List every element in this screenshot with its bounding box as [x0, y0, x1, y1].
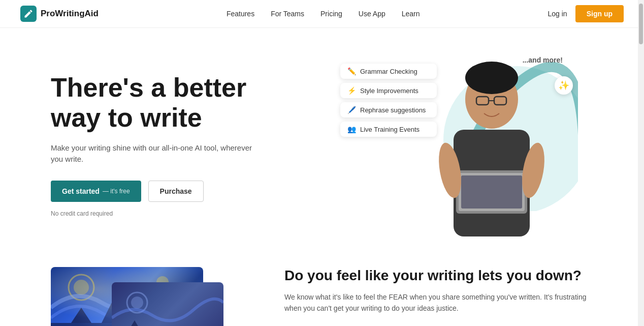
section-body: We know what it's like to feel the FEAR … — [284, 291, 593, 314]
rephrase-icon: 🖊️ — [347, 106, 356, 114]
painting-overlay — [112, 282, 223, 326]
get-started-button[interactable]: Get started — it's free — [51, 181, 141, 202]
svg-marker-22 — [127, 320, 142, 326]
scrollbar-thumb[interactable] — [639, 4, 643, 44]
hero-content: There's a better way to write Make your … — [51, 73, 315, 217]
header-actions: Log in Sign up — [548, 5, 624, 22]
hero-subtitle: Make your writing shine with our all-in-… — [51, 142, 254, 165]
nav-features[interactable]: Features — [227, 10, 254, 18]
free-label: — it's free — [103, 188, 130, 195]
rephrase-label: Rephrase suggestions — [360, 106, 426, 114]
purchase-button[interactable]: Purchase — [148, 181, 204, 202]
logo-icon — [20, 6, 37, 22]
second-content: Do you feel like your writing lets you d… — [284, 267, 593, 314]
hero-buttons: Get started — it's free Purchase — [51, 181, 315, 202]
nav-for-teams[interactable]: For Teams — [271, 10, 304, 18]
get-started-label: Get started — [62, 187, 100, 195]
section-title: Do you feel like your writing lets you d… — [284, 267, 593, 284]
svg-point-20 — [131, 297, 143, 309]
logo-area[interactable]: ProWritingAid — [20, 6, 99, 22]
painting-wrapper: My idea in my head — [51, 267, 223, 326]
feature-card-grammar: ✏️ Grammar Checking — [340, 64, 437, 79]
feature-card-rephrase: 🖊️ Rephrase suggestions — [340, 102, 437, 117]
hero-title: There's a better way to write — [51, 73, 315, 132]
star-badge: ✨ — [555, 76, 573, 95]
hero-illustration: ✏️ Grammar Checking ⚡ Style Improvements… — [315, 48, 593, 242]
grammar-icon: ✏️ — [347, 67, 356, 75]
feature-cards: ✏️ Grammar Checking ⚡ Style Improvements… — [340, 64, 437, 137]
scrollbar[interactable] — [638, 0, 644, 326]
painting-overlay-svg — [112, 282, 223, 326]
feature-card-style: ⚡ Style Improvements — [340, 83, 437, 98]
svg-point-12 — [69, 275, 94, 300]
nav-learn[interactable]: Learn — [402, 10, 420, 18]
style-label: Style Improvements — [360, 87, 418, 95]
svg-point-3 — [465, 62, 518, 94]
style-icon: ⚡ — [347, 86, 356, 95]
training-icon: 👥 — [347, 125, 356, 133]
svg-marker-16 — [71, 308, 91, 323]
logo-text: ProWritingAid — [41, 9, 99, 19]
grammar-label: Grammar Checking — [360, 68, 417, 75]
main-nav: Features For Teams Pricing Use App Learn — [227, 10, 420, 18]
painting-area: My idea in my head — [51, 267, 254, 326]
svg-point-13 — [74, 280, 89, 295]
nav-use-app[interactable]: Use App — [359, 10, 385, 18]
feature-card-training: 👥 Live Training Events — [340, 122, 437, 137]
svg-rect-9 — [461, 175, 522, 209]
no-credit-card-text: No credit card required — [51, 210, 315, 217]
person-illustration — [426, 48, 558, 236]
training-label: Live Training Events — [360, 126, 420, 133]
login-button[interactable]: Log in — [548, 10, 567, 18]
more-label: ...and more! — [523, 56, 563, 64]
header: ProWritingAid Features For Teams Pricing… — [0, 0, 644, 28]
hero-section: There's a better way to write Make your … — [0, 28, 644, 252]
signup-button[interactable]: Sign up — [575, 5, 624, 22]
nav-pricing[interactable]: Pricing — [320, 10, 342, 18]
second-section: My idea in my head Do you feel like your… — [0, 252, 644, 326]
